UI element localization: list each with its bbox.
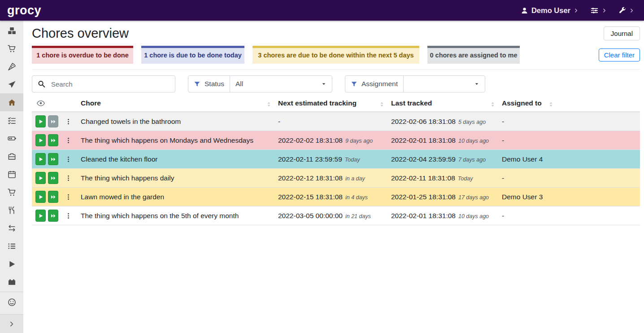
status-select[interactable]: All (230, 76, 332, 92)
assigned-to-cell: - (498, 206, 557, 225)
filter-icon (194, 81, 200, 88)
sidebar-item-calendar[interactable] (0, 165, 23, 183)
last-tracked-cell: 2022-02-01 18:31:0810 days ago (387, 131, 498, 150)
play-icon (38, 119, 44, 124)
paper-plane-icon (8, 80, 16, 89)
sidebar (0, 21, 23, 333)
caret-down-icon (474, 81, 479, 87)
skip-execution-button[interactable] (48, 172, 58, 184)
chore-name-cell[interactable]: Cleaned the kitchen floor (77, 150, 274, 169)
chore-menu-button[interactable] (63, 118, 74, 126)
chore-name-cell[interactable]: Lawn mowed in the garden (77, 188, 274, 206)
smiley-icon (8, 298, 16, 307)
chore-name-cell[interactable]: The thing which happens on Mondays and W… (77, 131, 274, 150)
track-execution-button[interactable] (35, 134, 46, 146)
sidebar-item-chores-overview[interactable] (0, 93, 23, 111)
sidebar-item-recipes[interactable] (0, 57, 23, 75)
sidebar-item-tasks[interactable] (0, 111, 23, 129)
play-icon (38, 157, 44, 162)
banner-overdue[interactable]: 1 chore is overdue to be done (32, 46, 133, 64)
banner-due-today[interactable]: 1 chore is due to be done today (141, 46, 244, 64)
search-group (32, 75, 175, 92)
eye-icon[interactable] (37, 99, 45, 107)
track-execution-button[interactable] (35, 191, 46, 203)
assignment-filter-group: Assignment (345, 75, 485, 92)
sidebar-item-chore-tracking[interactable] (0, 255, 23, 273)
skip-execution-button[interactable] (48, 153, 58, 165)
fast-forward-icon (51, 138, 56, 143)
assigned-to-cell: - (498, 112, 557, 131)
sidebar-item-batteries-overview[interactable] (0, 129, 23, 147)
sort-icon (379, 101, 385, 108)
sidebar-item-inventory[interactable] (0, 237, 23, 255)
next-tracking-cell: 2022-02-02 18:31:089 days ago (274, 131, 387, 150)
column-header-filler (557, 97, 640, 112)
top-navbar: grocy Demo User (0, 0, 644, 21)
chore-name-cell[interactable]: The thing which happens daily (77, 169, 274, 188)
track-execution-button[interactable] (35, 210, 46, 222)
last-tracked-cell: 2022-02-06 18:31:085 days ago (387, 112, 498, 131)
status-banner-row: 1 chore is overdue to be done1 chore is … (32, 46, 640, 70)
user-menu[interactable]: Demo User (521, 6, 579, 15)
battery-icon (8, 134, 16, 143)
chore-menu-button[interactable] (63, 174, 74, 182)
chore-name-cell[interactable]: Changed towels in the bathroom (77, 112, 274, 131)
main-content: Chores overview Journal 1 chore is overd… (23, 21, 644, 333)
clear-filter-button[interactable]: Clear filter (599, 48, 640, 61)
chore-name-cell[interactable]: The thing which happens on the 5th of ev… (77, 206, 274, 225)
banner-assigned-to-me[interactable]: 0 chores are assigned to me (427, 46, 520, 64)
chore-menu-button[interactable] (63, 193, 74, 201)
chore-row: Lawn mowed in the garden 2022-02-15 18:3… (32, 188, 640, 206)
admin-menu[interactable] (618, 7, 634, 14)
column-header-next-estimated-tracking[interactable]: Next estimated tracking (274, 97, 387, 112)
sidebar-collapse-toggle[interactable] (0, 314, 23, 333)
page-title: Chores overview (32, 26, 129, 41)
last-tracked-cell: 2022-02-01 18:31:0810 days ago (387, 206, 498, 225)
assigned-to-cell: Demo User 3 (498, 188, 557, 206)
sidebar-item-battery-tracking[interactable] (0, 273, 23, 291)
sidebar-item-consume[interactable] (0, 201, 23, 219)
sidebar-item-shopping-list[interactable] (0, 39, 23, 57)
track-execution-button[interactable] (35, 153, 46, 165)
car-battery-icon (8, 278, 16, 286)
filler-cell (557, 206, 640, 225)
filler-cell (557, 131, 640, 150)
sliders-icon (590, 6, 599, 15)
chore-row: The thing which happens on the 5th of ev… (32, 206, 640, 225)
skip-execution-button[interactable] (48, 115, 58, 127)
sidebar-item-purchase[interactable] (0, 183, 23, 201)
column-header-assigned-to[interactable]: Assigned to (498, 97, 557, 112)
journal-button[interactable]: Journal (604, 26, 640, 40)
chore-menu-button[interactable] (63, 212, 74, 220)
sidebar-item-transfer[interactable] (0, 219, 23, 237)
search-input[interactable] (32, 75, 175, 92)
skip-execution-button[interactable] (48, 210, 58, 222)
ellipsis-vertical-icon (65, 212, 72, 220)
sidebar-item-stock-overview[interactable] (0, 22, 23, 39)
ellipsis-vertical-icon (65, 193, 72, 201)
sort-icon (265, 101, 272, 108)
pizza-slice-icon (8, 62, 16, 71)
chevron-right-icon (602, 8, 607, 13)
sidebar-item-equipment[interactable] (0, 147, 23, 165)
track-execution-button[interactable] (35, 115, 46, 127)
user-icon (521, 7, 528, 14)
settings-menu[interactable] (590, 6, 607, 15)
play-icon (8, 260, 16, 268)
banner-due-soon[interactable]: 3 chores are due to be done within the n… (252, 46, 419, 64)
chore-menu-button[interactable] (63, 136, 74, 145)
track-execution-button[interactable] (35, 172, 46, 184)
assigned-to-cell: Demo User 4 (498, 150, 557, 169)
chore-row: Changed towels in the bathroom - 2022-02… (32, 112, 640, 131)
skip-execution-button[interactable] (48, 191, 58, 203)
column-header-last-tracked[interactable]: Last tracked (387, 97, 498, 112)
grocy-logo[interactable]: grocy (7, 4, 41, 17)
chore-menu-button[interactable] (63, 155, 74, 163)
sidebar-divider (0, 292, 23, 292)
assignment-select[interactable] (403, 76, 485, 92)
assignment-filter-label: Assignment (345, 76, 403, 92)
sidebar-item-user-settings[interactable] (0, 293, 23, 311)
sidebar-item-meal-plan[interactable] (0, 75, 23, 93)
skip-execution-button[interactable] (48, 134, 58, 146)
column-header-chore[interactable]: Chore (77, 97, 274, 112)
